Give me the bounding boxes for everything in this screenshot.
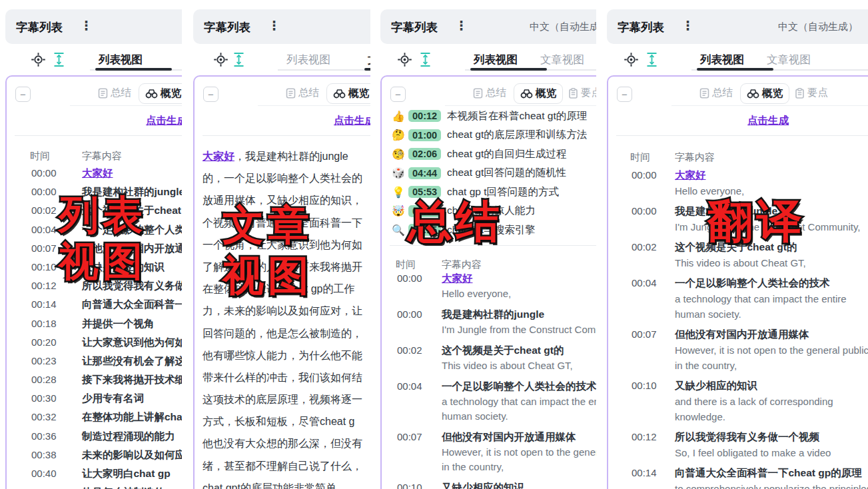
tab-list-view[interactable]: 列表视图 (286, 53, 330, 67)
subtitle-time[interactable]: 00:00 (632, 167, 657, 183)
subtitle-text-zh[interactable]: 向普通大众全面科普一下cheat gp的原理 (675, 464, 868, 481)
subtitle-time[interactable]: 00:00 (632, 203, 657, 219)
subtitle-row[interactable]: 00:28接下来我将抛开技术细节 (7, 370, 182, 389)
subtitle-row[interactable]: 00:00大家好 (7, 164, 182, 183)
subtitle-row[interactable]: 00:44他是怎么被制造的 (7, 483, 182, 489)
subtitle-text-zh[interactable]: 在整体功能上讲解chat gp (82, 408, 182, 426)
tab-article-view[interactable]: 文章视图 (767, 53, 811, 67)
subtitle-time[interactable]: 00:14 (31, 295, 57, 314)
subtitle-time[interactable]: 00:04 (31, 221, 57, 239)
subtitle-time[interactable]: 00:44 (31, 483, 57, 489)
subtitle-time[interactable]: 00:10 (397, 480, 422, 489)
locate-icon[interactable] (31, 52, 47, 68)
subtitle-row[interactable]: 00:02这个视频是关于cheat gt的This video is about… (382, 342, 596, 373)
subtitle-time[interactable]: 00:36 (31, 427, 57, 446)
subtitle-text-zh[interactable]: 大家好 (82, 164, 182, 183)
tab-overview[interactable]: 概览 (740, 83, 789, 104)
summary-item[interactable]: 👍00:12本视频旨在科普cheat gt的原理 (388, 107, 596, 126)
tab-summary[interactable]: 总结 (98, 86, 131, 100)
subtitle-row[interactable]: 00:14向普通大众全面科普一下cheat gp的原理to comprehens… (608, 464, 868, 489)
subtitle-time[interactable]: 00:04 (632, 274, 657, 291)
subtitle-text-zh[interactable]: 少用专有名词 (82, 389, 182, 408)
subtitle-row[interactable]: 00:04一个足以影响整个人类社会的技术a technology that ca… (382, 378, 596, 424)
kebab-menu-icon[interactable]: ⋮ (681, 18, 694, 33)
generate-link[interactable]: 点击生成 (7, 114, 182, 128)
subtitle-time[interactable]: 00:07 (397, 429, 422, 445)
locate-icon[interactable] (397, 52, 413, 68)
generate-link[interactable]: 点击生成 (195, 114, 370, 128)
subtitle-text-zh[interactable]: 接下来我将抛开技术细节 (82, 370, 182, 389)
subtitle-row[interactable]: 00:32在整体功能上讲解chat gp (7, 408, 182, 426)
subtitle-row[interactable]: 00:40让大家明白chat gp (7, 464, 182, 483)
subtitle-time[interactable]: 00:02 (632, 239, 657, 255)
subtitle-row[interactable]: 00:00大家好Hello everyone, (382, 270, 596, 301)
subtitle-time[interactable]: 00:02 (31, 201, 57, 220)
subtitle-row[interactable]: 00:07但他没有对国内开放通用媒体However, it is not ope… (608, 326, 868, 373)
subtitle-row[interactable]: 00:00我是建构社群的jungleI'm Jungle from the Co… (382, 306, 596, 337)
tab-summary[interactable]: 总结 (699, 86, 733, 100)
subtitle-text-zh[interactable]: 并提供一个视角 (82, 314, 182, 333)
subtitle-time[interactable]: 00:30 (31, 389, 57, 408)
subtitle-time[interactable]: 00:07 (31, 239, 57, 258)
subtitle-text-zh[interactable]: 但他没有对国内开放通用媒体 (675, 326, 868, 342)
subtitle-text-zh[interactable]: 但他没有对国内开放通用媒体 (442, 429, 596, 445)
locate-icon[interactable] (213, 52, 229, 68)
subtitle-text-zh[interactable]: 他是怎么被制造的 (82, 483, 182, 489)
subtitle-text-zh[interactable]: 制造过程涌现的能力 (82, 427, 182, 446)
tab-summary[interactable]: 总结 (473, 86, 506, 100)
collapse-button[interactable]: − (390, 87, 406, 102)
subtitle-row[interactable]: 00:14向普通大众全面科普一下cheat gp的原理 (7, 295, 182, 314)
subtitle-time[interactable]: 00:00 (397, 270, 422, 286)
subtitle-row[interactable]: 00:23让那些没有机会了解这件事的人 (7, 352, 182, 370)
subtitle-text-zh[interactable]: 又缺少相应的知识 (442, 480, 596, 489)
subtitle-row[interactable]: 00:10又缺少相应的知识and there is a lack of corr… (608, 377, 868, 424)
subtitle-time[interactable]: 00:38 (31, 446, 57, 464)
subtitle-text-zh[interactable]: 又缺少相应的知识 (675, 377, 868, 394)
subtitle-row[interactable]: 00:00大家好Hello everyone, (608, 167, 868, 199)
subtitle-time[interactable]: 00:20 (31, 333, 57, 352)
subtitle-time[interactable]: 00:23 (31, 352, 57, 370)
subtitle-time[interactable]: 00:40 (31, 464, 57, 483)
tab-list-view[interactable]: 列表视图 (99, 53, 143, 67)
subtitle-time[interactable]: 00:04 (397, 378, 422, 394)
subtitle-text-zh[interactable]: 一个足以影响整个人类社会的技术 (675, 274, 868, 291)
tab-overview[interactable]: 概览 (139, 83, 182, 104)
collapse-button[interactable]: − (15, 87, 31, 102)
subtitle-row[interactable]: 00:36制造过程涌现的能力 (7, 427, 182, 446)
subtitle-time[interactable]: 00:07 (632, 326, 657, 342)
tab-keypoints[interactable]: 要点 (795, 86, 828, 100)
tab-article-view[interactable]: 文章视图 (368, 53, 370, 67)
tab-keypoints[interactable]: 要点 (568, 86, 596, 100)
summary-item[interactable]: 🎲04:44cheat gt回答问题的随机性 (388, 164, 596, 183)
subtitle-text-zh[interactable]: 大家好 (442, 270, 596, 286)
subtitle-time[interactable]: 00:32 (31, 408, 57, 426)
subtitle-row[interactable]: 00:10又缺少相应的知识 (382, 480, 596, 489)
expand-height-icon[interactable] (53, 52, 69, 68)
subtitle-link[interactable]: 大家好 (203, 151, 234, 162)
subtitle-time[interactable]: 00:10 (31, 258, 57, 276)
subtitle-text-zh[interactable]: 让那些没有机会了解这件事的人 (82, 352, 182, 370)
tab-article-view[interactable]: 文章视图 (540, 53, 584, 67)
subtitle-time[interactable]: 00:00 (397, 306, 422, 322)
subtitle-text-zh[interactable]: 未来的影响以及如何应对 (82, 446, 182, 464)
expand-height-icon[interactable] (646, 52, 662, 68)
locate-icon[interactable] (624, 52, 640, 68)
subtitle-text-zh[interactable]: 向普通大众全面科普一下cheat gp的原理 (82, 295, 182, 314)
subtitle-text-zh[interactable]: 一个足以影响整个人类社会的技术 (442, 378, 596, 394)
collapse-button[interactable]: − (203, 87, 218, 102)
expand-height-icon[interactable] (420, 52, 436, 68)
subtitle-text-zh[interactable]: 这个视频是关于cheat gt的 (442, 342, 596, 358)
collapse-button[interactable]: − (617, 87, 632, 102)
subtitle-time[interactable]: 00:00 (31, 183, 57, 201)
subtitle-time[interactable]: 00:02 (397, 342, 422, 358)
subtitle-time[interactable]: 00:18 (31, 314, 57, 333)
expand-height-icon[interactable] (233, 52, 249, 68)
subtitle-time[interactable]: 00:00 (31, 164, 57, 183)
subtitle-row[interactable]: 00:04一个足以影响整个人类社会的技术a technology that ca… (608, 274, 868, 322)
subtitle-text-zh[interactable]: 所以我觉得我有义务做一个视频 (675, 428, 868, 445)
subtitle-time[interactable]: 00:12 (31, 276, 57, 295)
subtitle-row[interactable]: 00:07但他没有对国内开放通用媒体However, it is not ope… (382, 429, 596, 474)
tab-summary[interactable]: 总结 (286, 86, 319, 100)
subtitle-text-zh[interactable]: 我是建构社群的jungle (442, 306, 596, 322)
subtitle-row[interactable]: 00:38未来的影响以及如何应对 (7, 446, 182, 464)
